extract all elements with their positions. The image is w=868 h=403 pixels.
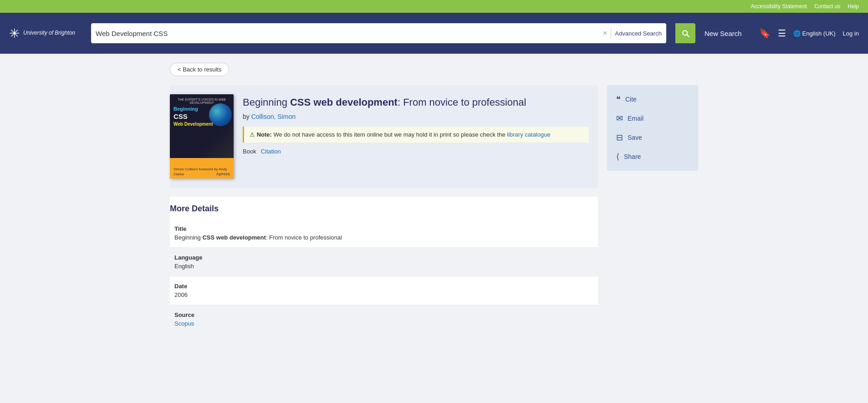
email-action[interactable]: ✉ Email (616, 113, 689, 123)
book-title: Beginning CSS web development: From novi… (243, 96, 589, 109)
book-title-after: : From novice to professional (398, 97, 526, 108)
title-value-normal: Beginning (174, 234, 202, 241)
email-label: Email (628, 115, 643, 122)
book-type-line: Book Citation (243, 148, 589, 155)
clear-search-icon[interactable]: × (603, 29, 607, 37)
cover-bottom: Simon Collison foreword by Andy Clarke A… (170, 158, 234, 179)
cite-icon: ❝ (616, 94, 621, 104)
source-label: Source (174, 311, 593, 318)
cover-publisher: Apress (216, 172, 230, 176)
record-main: THE EXPERT'S VOICE® IN WEB DEVELOPMENT B… (170, 85, 598, 333)
search-input[interactable] (96, 30, 599, 37)
detail-row-source: Source Scopus (170, 305, 598, 333)
search-button[interactable] (675, 23, 695, 43)
source-link[interactable]: Scopus (174, 320, 194, 327)
action-panel: ❝ Cite ✉ Email ⊟ Save ⟨ Share (607, 85, 698, 171)
help-link[interactable]: Help (848, 3, 859, 10)
note-text: We do not have access to this item onlin… (272, 131, 507, 138)
detail-row-title: Title Beginning CSS web development: Fro… (170, 219, 598, 248)
language-selector[interactable]: 🌐 English (UK) (793, 30, 836, 37)
more-details-heading: More Details (170, 197, 598, 219)
new-search-button[interactable]: New Search (700, 30, 746, 37)
search-divider (611, 28, 611, 39)
book-note: ⚠ Note: We do not have access to this it… (243, 127, 589, 143)
main-content: < Back to results THE EXPERT'S VOICE® IN… (161, 54, 707, 342)
date-value: 2006 (174, 291, 593, 298)
search-icon (681, 29, 690, 38)
book-cover: THE EXPERT'S VOICE® IN WEB DEVELOPMENT B… (170, 94, 234, 179)
back-to-results-button[interactable]: < Back to results (170, 63, 229, 76)
more-details-section: More Details Title Beginning CSS web dev… (170, 197, 598, 333)
contact-link[interactable]: Contact us (814, 3, 840, 10)
title-value-bold: CSS web development (202, 234, 266, 241)
book-title-bold: CSS web development (290, 97, 398, 108)
detail-row-date: Date 2006 (170, 276, 598, 305)
language-label: English (UK) (802, 30, 836, 37)
share-label: Share (624, 153, 641, 160)
cite-label: Cite (625, 96, 637, 103)
save-label: Save (628, 134, 642, 141)
author-prefix: by (243, 113, 251, 120)
title-label: Title (174, 225, 593, 232)
type-label: Book (243, 148, 256, 155)
author-link[interactable]: Collison, Simon (251, 113, 296, 120)
language-value: English (174, 263, 593, 270)
accessibility-link[interactable]: Accessibility Statement (751, 3, 807, 10)
menu-icon[interactable]: ☰ (778, 28, 786, 39)
bookmark-icon[interactable]: 🔖 (759, 28, 771, 39)
share-icon: ⟨ (616, 152, 619, 162)
header-icons: 🔖 ☰ 🌐 English (UK) Log in (759, 28, 859, 39)
logo-area: ✳ University of Brighton (9, 26, 82, 41)
citation-link[interactable]: Citation (261, 148, 281, 155)
book-description: Beginning CSS web development: From novi… (243, 94, 589, 179)
detail-row-language: Language English (170, 248, 598, 276)
cover-globe-decoration (209, 103, 232, 126)
cite-action[interactable]: ❝ Cite (616, 94, 689, 104)
utility-bar: Accessibility Statement Contact us Help (0, 0, 868, 13)
share-action[interactable]: ⟨ Share (616, 152, 689, 162)
title-value-after: : From novice to professional (266, 234, 342, 241)
record-container: THE EXPERT'S VOICE® IN WEB DEVELOPMENT B… (170, 85, 698, 333)
globe-icon: 🌐 (793, 30, 801, 37)
email-icon: ✉ (616, 113, 623, 123)
source-value: Scopus (174, 320, 593, 327)
save-action[interactable]: ⊟ Save (616, 133, 689, 143)
save-icon: ⊟ (616, 133, 623, 143)
record-card: THE EXPERT'S VOICE® IN WEB DEVELOPMENT B… (170, 85, 598, 188)
date-label: Date (174, 283, 593, 290)
login-link[interactable]: Log in (843, 30, 859, 37)
logo-text: University of Brighton (23, 30, 75, 37)
library-catalogue-link[interactable]: library catalogue (507, 131, 550, 138)
star-icon: ✳ (9, 26, 20, 41)
title-value: Beginning CSS web development: From novi… (174, 234, 593, 241)
advanced-search-link[interactable]: Advanced Search (615, 30, 662, 37)
search-bar: × Advanced Search (91, 23, 666, 43)
book-author-line: by Collison, Simon (243, 113, 589, 120)
book-title-normal: Beginning (243, 97, 290, 108)
header: ✳ University of Brighton × Advanced Sear… (0, 13, 868, 54)
language-label: Language (174, 254, 593, 261)
note-bold: Note: (257, 131, 272, 138)
